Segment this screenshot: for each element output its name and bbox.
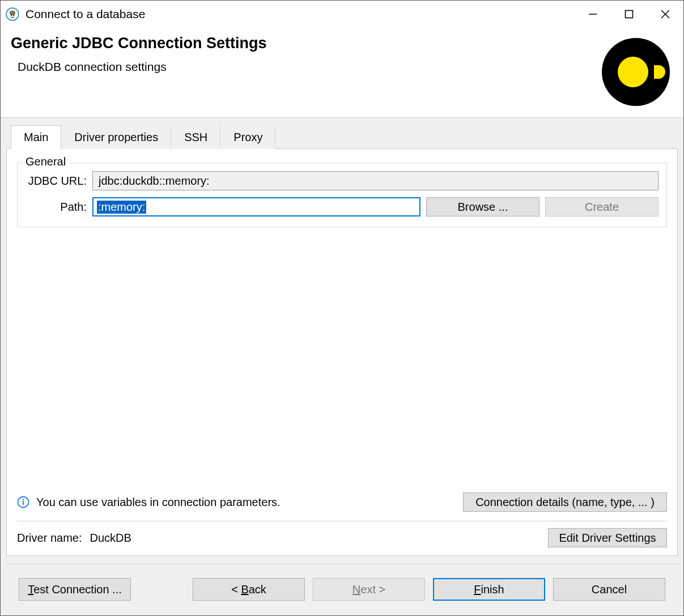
page-subtitle: DuckDB connection settings <box>11 60 267 74</box>
svg-rect-5 <box>626 11 633 18</box>
fieldset-legend: General <box>23 155 68 168</box>
path-label: Path: <box>26 201 87 214</box>
page-title: Generic JDBC Connection Settings <box>11 35 267 52</box>
tab-panel-main: General JDBC URL: jdbc:duckdb::memory: P… <box>6 148 678 556</box>
svg-rect-10 <box>23 501 24 505</box>
edit-driver-settings-button[interactable]: Edit Driver Settings <box>548 528 667 547</box>
window-controls <box>575 1 683 28</box>
dialog-window: Connect to a database Generic JDBC Conne… <box>0 0 684 616</box>
tab-main[interactable]: Main <box>11 125 61 149</box>
svg-rect-1 <box>10 11 15 15</box>
connection-details-button[interactable]: Connection details (name, type, ... ) <box>463 492 667 512</box>
svg-point-3 <box>13 15 15 16</box>
minimize-button[interactable] <box>575 1 611 28</box>
tab-driver-properties[interactable]: Driver properties <box>61 125 171 149</box>
driver-name-label: Driver name: <box>17 532 82 545</box>
dialog-header: Generic JDBC Connection Settings DuckDB … <box>1 28 683 117</box>
jdbc-url-label: JDBC URL: <box>26 175 87 188</box>
browse-button[interactable]: Browse ... <box>426 197 539 216</box>
driver-name-value: DuckDB <box>90 532 131 545</box>
app-icon <box>5 7 20 22</box>
svg-point-2 <box>11 15 12 16</box>
close-button[interactable] <box>647 1 683 28</box>
finish-button[interactable]: Finish <box>433 578 545 601</box>
info-row: You can use variables in connection para… <box>17 485 667 517</box>
info-icon <box>17 496 29 508</box>
dialog-footer: Test Connection ... < Back Next > Finish… <box>6 564 678 615</box>
tabstrip: Main Driver properties SSH Proxy <box>6 124 678 148</box>
maximize-button[interactable] <box>611 1 647 28</box>
back-button[interactable]: < Back <box>193 578 305 601</box>
jdbc-url-value: jdbc:duckdb::memory: <box>92 171 658 190</box>
row-path: Path: :memory: Browse ... Create <box>26 197 658 216</box>
fieldset-general: General JDBC URL: jdbc:duckdb::memory: P… <box>17 163 667 227</box>
row-jdbc-url: JDBC URL: jdbc:duckdb::memory: <box>26 171 658 190</box>
tab-ssh[interactable]: SSH <box>171 125 220 149</box>
titlebar: Connect to a database <box>1 1 683 28</box>
window-title: Connect to a database <box>26 7 575 21</box>
test-connection-button[interactable]: Test Connection ... <box>19 578 131 601</box>
next-button[interactable]: Next > <box>313 578 425 601</box>
info-text: You can use variables in connection para… <box>36 496 281 509</box>
duckdb-logo-icon <box>602 38 670 106</box>
content-area: Main Driver properties SSH Proxy General… <box>1 117 683 615</box>
driver-row: Driver name: DuckDB Edit Driver Settings <box>17 521 667 551</box>
cancel-button[interactable]: Cancel <box>553 578 665 601</box>
path-input[interactable]: :memory: <box>92 197 420 216</box>
header-text: Generic JDBC Connection Settings DuckDB … <box>11 35 267 74</box>
create-button[interactable]: Create <box>545 197 658 216</box>
tab-proxy[interactable]: Proxy <box>220 125 275 149</box>
svg-point-9 <box>23 499 24 500</box>
path-input-value: :memory: <box>97 201 146 214</box>
